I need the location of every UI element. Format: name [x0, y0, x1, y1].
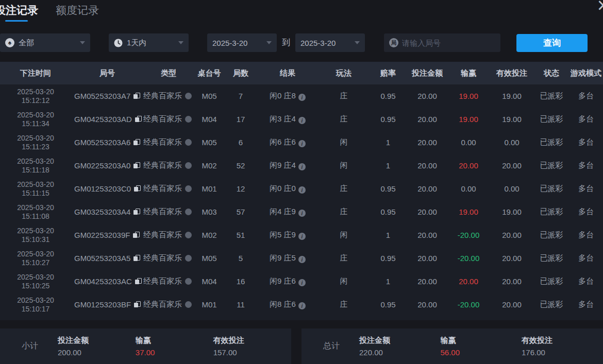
play-cell: 闲 [319, 223, 369, 247]
table-row[interactable]: 2025-03-2015:11:34 GM04253203AD 经典百家乐 M0… [0, 108, 603, 131]
round-id-input[interactable] [402, 39, 495, 47]
rounds-cell: 5 [225, 247, 257, 270]
rounds-cell: 11 [225, 293, 257, 316]
close-icon[interactable]: × [597, 0, 603, 15]
info-icon[interactable]: i [298, 163, 306, 170]
time-range-select[interactable]: 1天内 [109, 33, 189, 52]
amount-cell: 20.00 [407, 223, 447, 247]
search-button[interactable]: 查询 [516, 34, 588, 52]
play-cell: 庄 [319, 84, 369, 108]
amount-cell: 20.00 [407, 154, 447, 177]
copy-icon[interactable] [134, 301, 140, 308]
rounds-cell: 16 [225, 270, 257, 293]
table-row[interactable]: 2025-03-2015:11:23 GM05253203A6 经典百家乐 M0… [0, 131, 603, 154]
info-icon[interactable]: i [298, 94, 306, 101]
table-row[interactable]: 2025-03-2015:11:08 GM03253203A4 经典百家乐 M0… [0, 200, 603, 223]
bet-time-cell: 2025-03-2015:10:27 [0, 247, 71, 270]
amount-cell: 20.00 [407, 84, 447, 108]
table-row[interactable]: 2025-03-2015:10:31 GM022532039F 经典百家乐 M0… [0, 223, 603, 247]
video-icon[interactable] [185, 139, 192, 146]
result-cell: 闲9 庄6i [257, 270, 319, 293]
valid-bet-cell: 0.00 [490, 177, 534, 200]
video-icon[interactable] [185, 162, 192, 169]
total-panel: 总计 投注金额 220.00 输赢 56.00 有效投注 176.00 [301, 328, 603, 364]
winloss-cell: 0.00 [447, 177, 490, 200]
total-amount: 投注金额 220.00 [359, 336, 441, 357]
result-text: 闲8 庄6 [270, 300, 296, 308]
info-icon[interactable]: i [298, 279, 306, 286]
table-row[interactable]: 2025-03-2015:11:18 GM02253203A0 经典百家乐 M0… [0, 154, 603, 177]
video-icon[interactable] [185, 278, 192, 285]
copy-icon[interactable] [133, 162, 140, 169]
amount-cell: 20.00 [407, 177, 447, 200]
round-id-text: GM05253203A6 [74, 138, 130, 147]
info-icon[interactable]: i [298, 302, 306, 309]
copy-icon[interactable] [135, 116, 141, 123]
date-from-select[interactable]: 2025-3-20 [207, 33, 277, 52]
video-icon[interactable] [185, 93, 192, 99]
game-type-cell: 经典百家乐 [143, 270, 194, 293]
game-type-text: 经典百家乐 [143, 230, 182, 239]
round-id-text: GM05253203A7 [74, 92, 130, 100]
round-id-text: GM04253203AD [74, 115, 132, 124]
result-cell: 闲6 庄6i [257, 131, 319, 154]
result-text: 闲3 庄4 [270, 114, 296, 123]
game-type-cell: 经典百家乐 [143, 177, 194, 200]
copy-icon[interactable] [135, 278, 141, 285]
info-icon[interactable]: i [298, 256, 306, 263]
game-type-cell: 经典百家乐 [143, 131, 194, 154]
copy-icon[interactable] [133, 209, 140, 215]
table-body: 2025-03-2015:12:12 GM05253203A7 经典百家乐 M0… [0, 84, 603, 316]
copy-icon[interactable] [133, 232, 139, 238]
rounds-cell: 52 [225, 154, 257, 177]
result-cell: 闲9 庄4i [257, 154, 319, 177]
subtotal-panel: 小计 投注金额 200.00 输赢 37.00 有效投注 157.00 [0, 328, 291, 364]
video-icon[interactable] [185, 116, 192, 123]
valid-bet-cell: 19.00 [490, 84, 534, 108]
active-tab-underline [5, 20, 28, 22]
table-row[interactable]: 2025-03-2015:10:27 GM05253203A5 经典百家乐 M0… [0, 247, 603, 270]
table-row[interactable]: 2025-03-2015:12:12 GM05253203A7 经典百家乐 M0… [0, 84, 603, 108]
col-round-id: 局号 [71, 62, 143, 84]
table-row[interactable]: 2025-03-2015:10:17 GM01253203BF 经典百家乐 M0… [0, 293, 603, 316]
video-icon[interactable] [185, 185, 192, 192]
info-icon[interactable]: i [298, 140, 306, 147]
bet-time-cell: 2025-03-2015:10:25 [0, 270, 71, 293]
copy-icon[interactable] [133, 93, 140, 99]
result-text: 闲5 庄9 [270, 230, 296, 239]
video-icon[interactable] [185, 232, 192, 238]
video-icon[interactable] [185, 301, 192, 308]
video-icon[interactable] [185, 255, 192, 262]
tab-bet-records[interactable]: 投注记录 [0, 3, 38, 22]
copy-icon[interactable] [133, 139, 140, 146]
game-type-select[interactable]: ♠ 全部 [0, 33, 90, 52]
round-id-text: GM022532039F [74, 231, 130, 239]
copy-icon[interactable] [134, 185, 140, 192]
valid-bet-cell: 19.00 [490, 108, 534, 131]
round-id-cell: GM03253203A4 [71, 200, 143, 223]
game-type-cell: 经典百家乐 [143, 223, 194, 247]
table-no-cell: M01 [194, 293, 225, 316]
tab-quota-records[interactable]: 额度记录 [56, 3, 99, 22]
round-id-cell: GM05253203A7 [71, 84, 143, 108]
tab-bet-records-label: 投注记录 [0, 4, 38, 16]
odds-cell: 0.95 [369, 200, 407, 223]
info-icon[interactable]: i [298, 233, 306, 240]
round-id-search[interactable]: 局 [384, 33, 500, 52]
table-row[interactable]: 2025-03-2015:11:15 GM01253203C0 经典百家乐 M0… [0, 177, 603, 200]
copy-icon[interactable] [133, 255, 140, 262]
game-mode-cell: 多台 [569, 270, 603, 293]
chevron-down-icon [266, 41, 272, 44]
info-icon[interactable]: i [298, 210, 306, 217]
info-icon[interactable]: i [298, 117, 306, 124]
table-row[interactable]: 2025-03-2015:10:25 GM04253203AC 经典百家乐 M0… [0, 270, 603, 293]
round-id-cell: GM05253203A6 [71, 131, 143, 154]
subtotal-valid-bet: 有效投注 157.00 [213, 336, 291, 357]
game-type-cell: 经典百家乐 [143, 247, 194, 270]
date-to-select[interactable]: 2025-3-20 [295, 33, 365, 52]
video-icon[interactable] [185, 209, 192, 215]
odds-cell: 1 [369, 131, 407, 154]
info-icon[interactable]: i [298, 186, 306, 194]
rounds-cell: 7 [225, 84, 257, 108]
status-cell: 已派彩 [534, 293, 569, 316]
